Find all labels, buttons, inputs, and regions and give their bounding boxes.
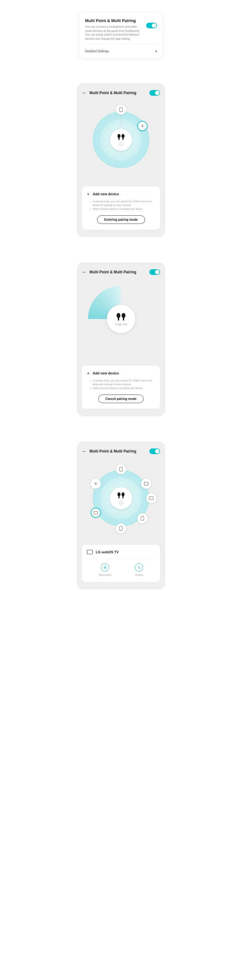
svg-rect-7 [123, 317, 124, 321]
device-phone-slot[interactable] [116, 464, 126, 474]
phone-icon [141, 516, 144, 520]
svg-rect-1 [118, 137, 119, 140]
tv-icon [144, 482, 148, 485]
card-title: Multi Point & Multi Pairing [85, 18, 142, 23]
tv-icon [87, 550, 92, 554]
phone-icon [119, 107, 123, 112]
list-item: In paring mode, you can search for TONE … [90, 379, 155, 387]
device-detail-panel: LG webOS TV Disconnect Delete [82, 545, 160, 582]
plus-icon: + [87, 191, 89, 197]
detailed-settings-row[interactable]: Detailed Settings › [85, 44, 157, 58]
device-visualization: TONE-T90 [82, 281, 160, 357]
instructions-list: In paring mode, you can search for TONE … [87, 200, 155, 211]
chevron-right-icon: › [155, 48, 157, 54]
device-phone-slot[interactable] [116, 523, 126, 533]
screen-pairing: ← Multi Point & Multi Pairing TONE-T90 +… [77, 262, 165, 416]
device-tv-slot[interactable] [141, 479, 151, 489]
earbuds-icon [116, 492, 126, 500]
plus-icon: + [94, 481, 97, 487]
info-icon[interactable]: i [119, 501, 123, 504]
delete-label: Delete [135, 573, 143, 576]
page-title: Multi Point & Multi Pairing [89, 449, 147, 453]
cancel-pairing-button[interactable]: Cancel pairing mode [98, 395, 144, 403]
enter-pairing-button[interactable]: Entering pairing mode [97, 215, 145, 224]
detailed-settings-label: Detailed Settings [85, 49, 109, 53]
tv-icon [149, 496, 153, 500]
earbuds-icon [116, 134, 126, 141]
earbuds-center[interactable]: i [110, 487, 132, 509]
svg-rect-3 [123, 137, 124, 140]
bluetooth-off-icon [101, 563, 109, 571]
device-model-label: TONE-T90 [115, 323, 127, 326]
svg-rect-5 [118, 317, 119, 321]
add-device-panel: + Add new device In paring mode, you can… [82, 186, 160, 229]
selected-device-name: LG webOS TV [96, 550, 119, 554]
add-device-panel: + Add new device In paring mode, you can… [82, 366, 160, 409]
earbuds-center[interactable]: i [110, 129, 132, 151]
disconnect-label: Disconnect [99, 573, 111, 576]
screen-initial: ← Multi Point & Multi Pairing + i + Add … [77, 83, 165, 237]
info-icon[interactable]: i [119, 142, 123, 146]
unlink-icon [135, 563, 143, 571]
earbuds-icon [115, 312, 127, 322]
plus-icon: + [87, 371, 89, 376]
multipoint-toggle[interactable] [150, 449, 160, 454]
disconnect-button[interactable]: Disconnect [99, 563, 111, 576]
page-title: Multi Point & Multi Pairing [89, 91, 147, 95]
panel-title: Add new device [92, 192, 119, 196]
settings-card: Multi Point & Multi Pairing You can conn… [80, 13, 162, 58]
device-visualization: + i [82, 102, 160, 178]
list-item: Select (model name) to complete add devi… [90, 387, 155, 390]
plus-icon: + [141, 123, 144, 129]
phone-icon [119, 467, 123, 471]
device-phone-slot[interactable] [137, 513, 148, 523]
multipoint-toggle[interactable] [150, 269, 160, 275]
svg-rect-9 [118, 496, 119, 499]
earbuds-center[interactable]: TONE-T90 [107, 305, 135, 333]
device-visualization: + i [82, 460, 160, 536]
svg-rect-11 [123, 496, 124, 499]
panel-title: Add new device [92, 371, 119, 375]
multipoint-toggle[interactable] [146, 23, 157, 28]
list-item: Select (model name) to complete add devi… [90, 207, 155, 211]
back-button[interactable]: ← [82, 269, 87, 275]
device-phone-slot[interactable] [116, 105, 126, 115]
card-description: You can connect a smartphone and other s… [85, 25, 142, 41]
screen-connected: ← Multi Point & Multi Pairing + i LG web… [77, 442, 165, 590]
list-item: In paring mode, you can search for TONE … [90, 200, 155, 207]
device-tv-slot[interactable] [146, 493, 156, 503]
page-title: Multi Point & Multi Pairing [89, 270, 147, 274]
instructions-list: In paring mode, you can search for TONE … [87, 379, 155, 390]
tv-icon [94, 511, 98, 514]
back-button[interactable]: ← [82, 90, 87, 96]
phone-icon [119, 526, 123, 531]
delete-button[interactable]: Delete [135, 563, 143, 576]
back-button[interactable]: ← [82, 449, 87, 454]
multipoint-toggle[interactable] [150, 90, 160, 96]
